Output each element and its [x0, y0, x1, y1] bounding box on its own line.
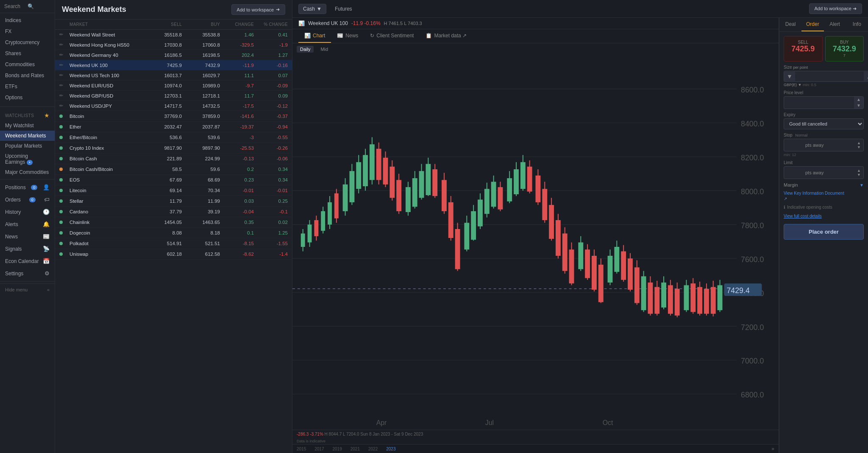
limit-down-btn[interactable]: ▼	[857, 173, 861, 177]
key-doc-label[interactable]: View Key Information Document	[784, 191, 864, 196]
sidebar-bottom-news[interactable]: News📰	[0, 230, 55, 243]
size-input[interactable]	[795, 71, 864, 81]
sidebar-bottom-positions[interactable]: Positions0👤	[0, 181, 55, 193]
year-2021[interactable]: 2021	[351, 447, 360, 451]
limit-input[interactable]	[787, 170, 804, 175]
price-level-down-btn[interactable]: ▼	[854, 103, 863, 109]
sidebar-item-shares[interactable]: Shares	[0, 48, 55, 59]
sidebar-item-cryptocurrency[interactable]: Cryptocurrency	[0, 37, 55, 48]
watchlist-item-weekend-markets[interactable]: Weekend Markets	[0, 131, 55, 141]
order-tab[interactable]: Order	[801, 18, 823, 31]
market-row[interactable]: ✏Weekend Germany 4016186.516198.5202.41.…	[55, 50, 292, 60]
futures-button[interactable]: Futures	[331, 4, 356, 14]
market-row[interactable]: Ether2032.472037.87-19.37-0.94	[55, 122, 292, 132]
market-row[interactable]: Ether/Bitcoin536.6539.6-3-0.55	[55, 132, 292, 143]
watchlist-item-popular-markets[interactable]: Popular Markets	[0, 141, 55, 151]
key-info-link[interactable]: View Key Information Document ↗	[784, 191, 864, 201]
limit-up-btn[interactable]: ▲	[857, 168, 861, 173]
sidebar-bottom-econ-calendar[interactable]: Econ Calendar📅	[0, 255, 55, 267]
add-workspace-button[interactable]: Add to workspace ➜	[231, 4, 285, 15]
sidebar-item-fx[interactable]: FX	[0, 26, 55, 37]
chart-add-workspace-button[interactable]: Add to workspace ➜	[809, 3, 862, 14]
year-2019[interactable]: 2019	[333, 447, 342, 451]
market-row[interactable]: EOS67.6968.690.230.34	[55, 175, 292, 185]
orange-dot-icon	[59, 166, 70, 172]
watchlist-item-upcoming-earnings[interactable]: Upcoming Earnings•	[0, 151, 55, 167]
watchlists-label: WATCHLISTS ★	[0, 109, 55, 120]
market-row[interactable]: Cardano37.7939.19-0.04-0.1	[55, 207, 292, 217]
sidebar-bottom-orders[interactable]: Orders0🏷	[0, 193, 55, 206]
search-bar[interactable]: Search 🔍	[0, 0, 55, 13]
change-val: -8.15	[220, 241, 254, 246]
sidebar-item-etfs[interactable]: ETFs	[0, 81, 55, 92]
expiry-select[interactable]: Good till cancelled	[784, 118, 864, 129]
watchlist-item-my-watchlist[interactable]: My Watchlist	[0, 120, 55, 131]
alert-tab[interactable]: Alert	[824, 18, 846, 31]
tab-sentiment[interactable]: ↻ Client Sentiment	[364, 29, 420, 43]
sidebar-item-indices[interactable]: Indices	[0, 15, 55, 26]
sidebar-item-options[interactable]: Options	[0, 92, 55, 103]
view-full-costs[interactable]: View full cost details	[784, 213, 864, 219]
price-level-stepper[interactable]: ▲ ▼	[784, 96, 864, 109]
sidebar-divider-2	[0, 179, 55, 179]
cash-button[interactable]: Cash ▼	[298, 4, 326, 14]
mid-button[interactable]: Mid	[317, 46, 331, 53]
info-tab[interactable]: Info	[846, 18, 868, 31]
sidebar-item-bonds-rates[interactable]: Bonds and Rates	[0, 70, 55, 81]
market-row[interactable]: Stellar11.7911.990.030.25	[55, 196, 292, 207]
year-2022[interactable]: 2022	[368, 447, 378, 451]
market-row[interactable]: Polkadot514.91521.51-8.15-1.55	[55, 238, 292, 249]
pencil-icon: ✏	[59, 62, 70, 68]
tab-market-data[interactable]: 📋 Market data ↗	[420, 29, 473, 43]
market-row[interactable]: Bitcoin Cash221.89224.99-0.13-0.06	[55, 154, 292, 164]
market-row[interactable]: ✏Weekend US Tech 10016013.716029.711.10.…	[55, 70, 292, 81]
price-level-up-btn[interactable]: ▲	[854, 97, 863, 103]
market-row[interactable]: Bitcoin Cash/Bitcoin58.559.60.20.34	[55, 164, 292, 175]
change-val: 0.2	[220, 167, 254, 172]
stat-low: L 7204.0	[343, 432, 359, 436]
sidebar-bottom-history[interactable]: History🕐	[0, 206, 55, 218]
margin-dropdown[interactable]: ▼	[860, 183, 864, 187]
limit-pts-field[interactable]: pts away ▲ ▼	[784, 166, 864, 179]
market-row[interactable]: ✏Weekend EUR/USD10974.010989.0-9.7-0.09	[55, 81, 292, 91]
stop-pts-field[interactable]: pts away ▲ ▼	[784, 139, 864, 151]
market-row[interactable]: Dogecoin8.088.180.11.25	[55, 228, 292, 238]
market-row[interactable]: Uniswap602.18612.58-8.62-1.4	[55, 249, 292, 260]
size-stepper[interactable]: ▼ ▲	[784, 71, 868, 82]
nav-section: IndicesFXCryptocurrencySharesCommodities…	[0, 13, 55, 105]
panel-header: Weekend Markets Add to workspace ➜	[55, 0, 292, 20]
year-2015[interactable]: 2015	[297, 447, 306, 451]
size-increase-btn[interactable]: ▲	[864, 72, 868, 81]
year-2017[interactable]: 2017	[314, 447, 324, 451]
deal-tab[interactable]: Deal	[779, 18, 801, 31]
pencil-icon: ✏	[59, 73, 70, 78]
tab-news[interactable]: 📰 News	[331, 29, 364, 43]
year-2023[interactable]: 2023	[386, 447, 395, 451]
full-costs-link[interactable]: View full cost details	[784, 214, 822, 218]
market-row[interactable]: ✏Weekend USD/JPY14717.514732.5-17.5-0.12	[55, 101, 292, 111]
market-row[interactable]: Chainlink1454.051463.650.350.02	[55, 217, 292, 228]
sidebar-item-commodities[interactable]: Commodities	[0, 59, 55, 70]
tab-chart[interactable]: 📊 Chart	[298, 29, 331, 43]
stop-input[interactable]	[787, 143, 804, 148]
market-row[interactable]: ✏Weekend UK 1007425.97432.9-11.9-0.16	[55, 60, 292, 70]
stop-down-btn[interactable]: ▼	[857, 145, 861, 149]
market-row[interactable]: Bitcoin37769.037859.0-141.6-0.37	[55, 111, 292, 122]
sidebar-bottom-alerts[interactable]: Alerts🔔	[0, 218, 55, 230]
stop-up-btn[interactable]: ▲	[857, 141, 861, 145]
size-decrease-btn[interactable]: ▼	[784, 72, 795, 81]
market-row[interactable]: ✏Weekend Wall Street35518.835538.81.460.…	[55, 30, 292, 40]
watchlist-item-major-commodities[interactable]: Major Commodities	[0, 167, 55, 177]
daily-button[interactable]: Daily	[297, 46, 314, 53]
nav-forward-icon[interactable]: »	[771, 446, 774, 452]
sidebar-bottom-signals[interactable]: Signals📡	[0, 243, 55, 255]
market-row[interactable]: Crypto 10 Index9817.909897.90-25.53-0.26	[55, 143, 292, 154]
market-row[interactable]: Litecoin69.1470.34-0.01-0.01	[55, 185, 292, 196]
place-order-button[interactable]: Place order	[784, 224, 864, 240]
green-dot-icon	[59, 251, 70, 257]
market-row[interactable]: ✏Weekend Hong Kong HS5017030.817060.8-32…	[55, 40, 292, 50]
price-level-input[interactable]	[784, 98, 854, 108]
market-row[interactable]: ✏Weekend GBP/USD12703.112718.111.70.09	[55, 91, 292, 101]
sidebar-bottom-settings[interactable]: Settings⚙	[0, 267, 55, 280]
hide-menu[interactable]: Hide menu «	[0, 283, 55, 296]
